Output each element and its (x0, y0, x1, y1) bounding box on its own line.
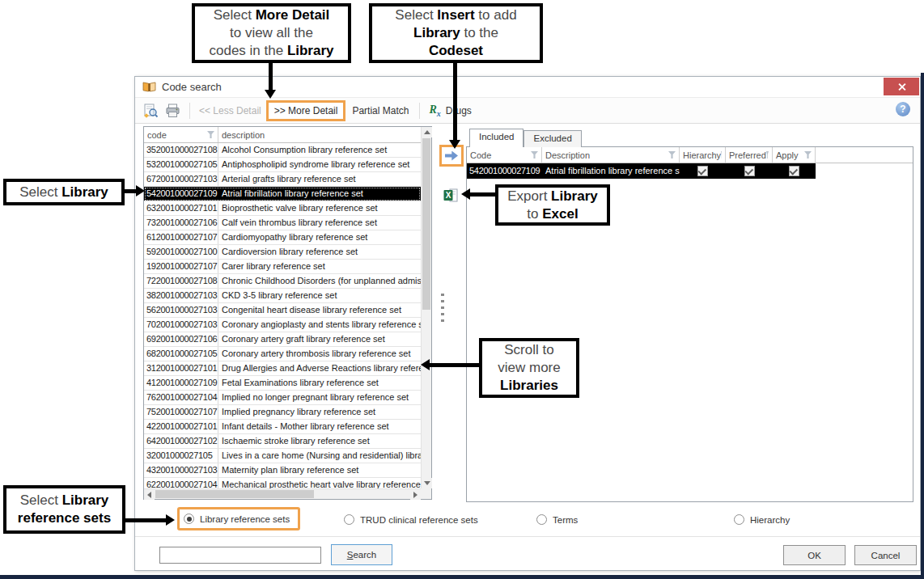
drugs-button[interactable]: Drugs (446, 105, 472, 116)
table-row[interactable]: 562001000027103 Congenital heart disease… (144, 303, 421, 318)
apply-checkbox[interactable] (789, 166, 799, 176)
column-header-label: code (147, 130, 167, 140)
footer-divider (135, 536, 920, 537)
radio-option[interactable]: Hierarchy (734, 512, 790, 527)
filter-icon[interactable] (804, 151, 812, 158)
table-row[interactable]: 192001000027107 Carer library reference … (144, 260, 421, 274)
table-row[interactable]: 32001000027105 Lives in a care home (Nur… (144, 449, 421, 463)
column-header[interactable]: Description (542, 147, 680, 163)
scroll-left-button[interactable] (144, 489, 155, 500)
hierarchy-cell (680, 163, 726, 179)
row-description: Maternity plan library reference set (218, 463, 421, 477)
row-code: 422001000027101 (144, 420, 218, 433)
table-row[interactable]: 642001000027102 Ischaemic stroke library… (144, 434, 421, 449)
table-row[interactable]: 702001000027103 Coronary angioplasty and… (144, 318, 421, 332)
callout-arrow (125, 518, 167, 522)
column-header[interactable]: Preferred (726, 147, 773, 163)
row-code: 682001000027105 (144, 347, 218, 361)
table-row[interactable]: 762001000027104 Implied no longer pregna… (144, 391, 421, 405)
table-row[interactable]: 592001000027100 Cardioversion library re… (144, 245, 421, 260)
column-header[interactable]: Apply (773, 147, 816, 163)
table-row[interactable]: 352001000027108 Alcohol Consumption libr… (144, 143, 421, 158)
table-row[interactable]: 622001000027104 Mechanical prosthetic he… (144, 478, 421, 488)
callout-arrowhead (461, 188, 470, 200)
row-description: Arterial grafts library reference set (218, 172, 421, 186)
cancel-button[interactable]: Cancel (854, 545, 917, 565)
column-header-label: Hierarchy (683, 150, 721, 160)
more-detail-button[interactable]: >> More Detail (266, 100, 346, 121)
export-excel-button[interactable]: X (443, 188, 458, 202)
scroll-down-button[interactable] (422, 478, 432, 488)
scroll-up-button[interactable] (422, 127, 432, 137)
table-row[interactable]: 412001000027109 Fetal Examinations libra… (144, 376, 421, 391)
table-row[interactable]: 632001000027101 Bioprosthetic valve libr… (144, 201, 421, 216)
close-button[interactable] (884, 78, 919, 95)
preferred-checkbox[interactable] (744, 166, 755, 176)
search-button[interactable]: Search (331, 544, 392, 565)
toolbar-separator (419, 103, 420, 119)
filter-icon[interactable] (721, 151, 722, 158)
table-row[interactable]: 672001000027103 Arterial grafts library … (144, 172, 421, 187)
table-row[interactable]: 382001000027103 CKD 3-5 library referenc… (144, 289, 421, 303)
filter-icon[interactable] (766, 151, 769, 158)
scroll-right-button[interactable] (410, 489, 421, 500)
print-icon[interactable] (165, 104, 180, 118)
filter-icon[interactable] (531, 151, 538, 158)
column-header[interactable]: description (218, 127, 421, 142)
less-detail-button[interactable]: << Less Detail (199, 105, 261, 116)
table-row[interactable]: 532001000027105 Antiphospholipid syndrom… (144, 158, 421, 172)
vertical-scroll-thumb[interactable] (422, 138, 430, 310)
table-row[interactable]: 722001000027108 Chronic Childhood Disord… (144, 274, 421, 289)
row-description: Infant details - Mother library referenc… (218, 420, 421, 433)
table-row[interactable]: 422001000027101 Infant details - Mother … (144, 420, 421, 434)
table-row[interactable]: 752001000027107 Implied pregnancy librar… (144, 405, 421, 420)
table-row[interactable]: 732001000027106 Calf vein thrombus libra… (144, 216, 421, 230)
filter-icon[interactable] (207, 131, 214, 138)
library-list-rows: 352001000027108 Alcohol Consumption libr… (144, 143, 421, 488)
table-row[interactable]: 312001000027101 Drug Allergies and Adver… (144, 361, 421, 376)
column-header-label: Code (470, 150, 491, 160)
radio-icon (734, 514, 744, 525)
radio-label: Hierarchy (750, 515, 790, 525)
table-row[interactable]: 692001000027106 Coronary artery graft li… (144, 332, 421, 347)
hierarchy-checkbox[interactable] (697, 166, 708, 176)
row-description: Coronary angioplasty and stents library … (218, 318, 421, 332)
scrollbar-corner (421, 488, 431, 499)
partial-match-button[interactable]: Partial Match (352, 105, 409, 116)
radio-icon (184, 513, 194, 524)
column-header-label: Apply (776, 150, 799, 160)
table-row[interactable]: 542001000027109 Atrial fibrillation libr… (467, 163, 816, 179)
callout-arrow (453, 63, 457, 140)
radio-option[interactable]: Library reference sets (177, 507, 300, 530)
table-row[interactable]: 432001000027103 Maternity plan library r… (144, 463, 421, 478)
print-preview-icon[interactable] (143, 104, 159, 118)
table-row[interactable]: 542001000027109 Atrial fibrillation libr… (144, 187, 421, 201)
row-description: Mechanical prosthetic heart valve librar… (218, 478, 421, 488)
row-description: CKD 3-5 library reference set (218, 289, 421, 302)
tab[interactable]: Included (469, 129, 523, 147)
horizontal-scroll-thumb[interactable] (155, 490, 314, 498)
splitter-handle[interactable] (441, 294, 444, 324)
callout-export-excel: Export Libraryto Excel (495, 184, 610, 226)
column-header[interactable]: code (144, 127, 218, 142)
row-code: 592001000027100 (144, 245, 218, 259)
row-code: 632001000027101 (144, 201, 218, 215)
ok-button[interactable]: OK (783, 545, 846, 565)
table-row[interactable]: 682001000027105 Coronary artery thrombos… (144, 347, 421, 361)
radio-option[interactable]: Terms (536, 512, 578, 527)
row-description: Cardioversion library reference set (218, 245, 421, 259)
column-header[interactable]: Hierarchy (680, 147, 726, 163)
search-mode-radios: Library reference sets TRUD clinical ref… (135, 505, 920, 536)
search-input[interactable] (159, 547, 321, 564)
vertical-scrollbar[interactable] (421, 127, 431, 488)
callout-arrow (429, 363, 479, 367)
help-icon[interactable]: ? (896, 102, 910, 116)
filter-icon[interactable] (668, 151, 676, 158)
tab[interactable]: Excluded (523, 130, 581, 147)
radio-option[interactable]: TRUD clinical reference sets (344, 512, 478, 527)
table-row[interactable]: 612001000027107 Cardiomyopathy library r… (144, 230, 421, 245)
row-description: Drug Allergies and Adverse Reactions lib… (218, 361, 421, 375)
toolbar: << Less Detail >> More Detail Partial Ma… (135, 98, 920, 124)
horizontal-scrollbar[interactable] (144, 488, 421, 499)
column-header[interactable]: Code (467, 147, 542, 163)
